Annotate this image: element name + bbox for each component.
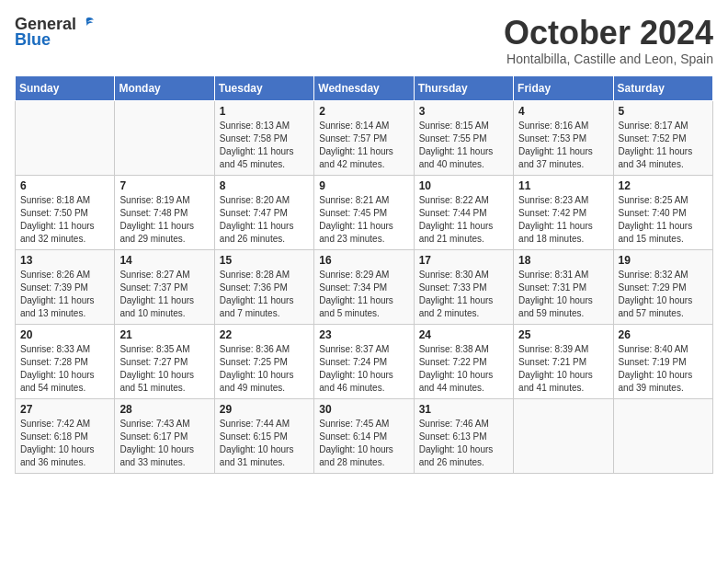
day-info: Sunrise: 8:26 AM Sunset: 7:39 PM Dayligh… <box>20 269 109 320</box>
day-number: 5 <box>619 105 708 118</box>
day-number: 19 <box>619 254 708 267</box>
day-number: 26 <box>619 328 708 341</box>
day-info: Sunrise: 8:40 AM Sunset: 7:19 PM Dayligh… <box>619 343 708 395</box>
day-info: Sunrise: 8:36 AM Sunset: 7:25 PM Dayligh… <box>220 343 309 395</box>
day-info: Sunrise: 8:28 AM Sunset: 7:36 PM Dayligh… <box>220 269 309 320</box>
calendar-week-row: 20Sunrise: 8:33 AM Sunset: 7:28 PM Dayli… <box>16 324 713 398</box>
day-info: Sunrise: 8:17 AM Sunset: 7:52 PM Dayligh… <box>619 120 708 171</box>
day-number: 6 <box>20 179 109 192</box>
logo-blue: Blue <box>15 30 95 50</box>
month-title: October 2024 <box>504 15 713 52</box>
day-number: 30 <box>319 403 408 416</box>
day-number: 8 <box>220 179 309 192</box>
day-number: 25 <box>518 328 608 341</box>
calendar-day-cell: 8Sunrise: 8:20 AM Sunset: 7:47 PM Daylig… <box>214 175 313 249</box>
calendar-day-cell: 10Sunrise: 8:22 AM Sunset: 7:44 PM Dayli… <box>414 175 513 249</box>
day-number: 10 <box>419 179 508 192</box>
calendar-day-cell: 2Sunrise: 8:14 AM Sunset: 7:57 PM Daylig… <box>314 100 414 175</box>
day-info: Sunrise: 8:27 AM Sunset: 7:37 PM Dayligh… <box>119 269 209 320</box>
day-number: 7 <box>119 179 209 192</box>
day-number: 3 <box>419 105 508 118</box>
calendar-day-cell: 3Sunrise: 8:15 AM Sunset: 7:55 PM Daylig… <box>414 100 513 175</box>
day-info: Sunrise: 8:29 AM Sunset: 7:34 PM Dayligh… <box>319 269 408 320</box>
calendar-week-row: 27Sunrise: 7:42 AM Sunset: 6:18 PM Dayli… <box>16 398 713 473</box>
day-info: Sunrise: 8:16 AM Sunset: 7:53 PM Dayligh… <box>518 120 608 171</box>
day-info: Sunrise: 7:43 AM Sunset: 6:17 PM Dayligh… <box>119 418 209 469</box>
calendar-day-cell: 21Sunrise: 8:35 AM Sunset: 7:27 PM Dayli… <box>115 324 214 398</box>
calendar-day-cell <box>514 398 613 473</box>
day-number: 18 <box>518 254 608 267</box>
calendar-header-cell: Thursday <box>414 75 513 100</box>
day-info: Sunrise: 8:31 AM Sunset: 7:31 PM Dayligh… <box>518 269 608 320</box>
day-number: 20 <box>20 328 109 341</box>
calendar-header-row: SundayMondayTuesdayWednesdayThursdayFrid… <box>16 75 713 100</box>
day-number: 27 <box>20 403 109 416</box>
calendar-day-cell: 5Sunrise: 8:17 AM Sunset: 7:52 PM Daylig… <box>613 100 712 175</box>
calendar-day-cell: 16Sunrise: 8:29 AM Sunset: 7:34 PM Dayli… <box>314 249 414 324</box>
calendar-day-cell: 4Sunrise: 8:16 AM Sunset: 7:53 PM Daylig… <box>514 100 613 175</box>
day-number: 21 <box>119 328 209 341</box>
day-number: 24 <box>419 328 508 341</box>
calendar-day-cell: 18Sunrise: 8:31 AM Sunset: 7:31 PM Dayli… <box>514 249 613 324</box>
day-number: 23 <box>319 328 408 341</box>
day-number: 28 <box>119 403 209 416</box>
day-info: Sunrise: 8:15 AM Sunset: 7:55 PM Dayligh… <box>419 120 508 171</box>
calendar-header-cell: Wednesday <box>314 75 414 100</box>
calendar-day-cell: 19Sunrise: 8:32 AM Sunset: 7:29 PM Dayli… <box>613 249 712 324</box>
day-info: Sunrise: 8:33 AM Sunset: 7:28 PM Dayligh… <box>20 343 109 395</box>
calendar-day-cell: 31Sunrise: 7:46 AM Sunset: 6:13 PM Dayli… <box>414 398 513 473</box>
calendar-day-cell: 13Sunrise: 8:26 AM Sunset: 7:39 PM Dayli… <box>16 249 115 324</box>
calendar-day-cell: 7Sunrise: 8:19 AM Sunset: 7:48 PM Daylig… <box>115 175 214 249</box>
calendar-day-cell: 20Sunrise: 8:33 AM Sunset: 7:28 PM Dayli… <box>16 324 115 398</box>
calendar-header-cell: Saturday <box>613 75 712 100</box>
calendar-day-cell: 14Sunrise: 8:27 AM Sunset: 7:37 PM Dayli… <box>115 249 214 324</box>
day-info: Sunrise: 8:21 AM Sunset: 7:45 PM Dayligh… <box>319 194 408 246</box>
day-number: 1 <box>220 105 309 118</box>
day-info: Sunrise: 8:20 AM Sunset: 7:47 PM Dayligh… <box>220 194 309 246</box>
logo: General Blue <box>15 15 95 50</box>
calendar-day-cell: 22Sunrise: 8:36 AM Sunset: 7:25 PM Dayli… <box>214 324 313 398</box>
calendar-header-cell: Monday <box>115 75 214 100</box>
day-number: 15 <box>220 254 309 267</box>
calendar-header-cell: Sunday <box>16 75 115 100</box>
calendar-day-cell: 30Sunrise: 7:45 AM Sunset: 6:14 PM Dayli… <box>314 398 414 473</box>
day-number: 4 <box>518 105 608 118</box>
calendar-day-cell: 9Sunrise: 8:21 AM Sunset: 7:45 PM Daylig… <box>314 175 414 249</box>
day-info: Sunrise: 7:44 AM Sunset: 6:15 PM Dayligh… <box>220 418 309 469</box>
day-number: 17 <box>419 254 508 267</box>
day-info: Sunrise: 8:30 AM Sunset: 7:33 PM Dayligh… <box>419 269 508 320</box>
day-info: Sunrise: 8:25 AM Sunset: 7:40 PM Dayligh… <box>619 194 708 246</box>
day-info: Sunrise: 7:45 AM Sunset: 6:14 PM Dayligh… <box>319 418 408 469</box>
calendar-day-cell: 27Sunrise: 7:42 AM Sunset: 6:18 PM Dayli… <box>16 398 115 473</box>
calendar-day-cell: 29Sunrise: 7:44 AM Sunset: 6:15 PM Dayli… <box>214 398 313 473</box>
day-info: Sunrise: 8:37 AM Sunset: 7:24 PM Dayligh… <box>319 343 408 395</box>
day-number: 11 <box>518 179 608 192</box>
day-info: Sunrise: 8:23 AM Sunset: 7:42 PM Dayligh… <box>518 194 608 246</box>
calendar-day-cell: 24Sunrise: 8:38 AM Sunset: 7:22 PM Dayli… <box>414 324 513 398</box>
calendar-table: SundayMondayTuesdayWednesdayThursdayFrid… <box>15 75 713 474</box>
calendar-day-cell <box>115 100 214 175</box>
page-header: General Blue October 2024 Hontalbilla, C… <box>15 15 713 66</box>
day-number: 12 <box>619 179 708 192</box>
calendar-body: 1Sunrise: 8:13 AM Sunset: 7:58 PM Daylig… <box>16 100 713 473</box>
day-info: Sunrise: 8:39 AM Sunset: 7:21 PM Dayligh… <box>518 343 608 395</box>
logo-bird-icon <box>78 17 95 31</box>
calendar-day-cell: 6Sunrise: 8:18 AM Sunset: 7:50 PM Daylig… <box>16 175 115 249</box>
day-number: 22 <box>220 328 309 341</box>
day-number: 29 <box>220 403 309 416</box>
calendar-day-cell <box>16 100 115 175</box>
day-info: Sunrise: 7:42 AM Sunset: 6:18 PM Dayligh… <box>20 418 109 469</box>
calendar-day-cell: 1Sunrise: 8:13 AM Sunset: 7:58 PM Daylig… <box>214 100 313 175</box>
day-info: Sunrise: 8:13 AM Sunset: 7:58 PM Dayligh… <box>220 120 309 171</box>
day-number: 14 <box>119 254 209 267</box>
calendar-week-row: 1Sunrise: 8:13 AM Sunset: 7:58 PM Daylig… <box>16 100 713 175</box>
calendar-header-cell: Tuesday <box>214 75 313 100</box>
calendar-day-cell: 28Sunrise: 7:43 AM Sunset: 6:17 PM Dayli… <box>115 398 214 473</box>
day-info: Sunrise: 7:46 AM Sunset: 6:13 PM Dayligh… <box>419 418 508 469</box>
day-number: 13 <box>20 254 109 267</box>
calendar-day-cell: 23Sunrise: 8:37 AM Sunset: 7:24 PM Dayli… <box>314 324 414 398</box>
day-info: Sunrise: 8:32 AM Sunset: 7:29 PM Dayligh… <box>619 269 708 320</box>
calendar-day-cell: 17Sunrise: 8:30 AM Sunset: 7:33 PM Dayli… <box>414 249 513 324</box>
day-info: Sunrise: 8:19 AM Sunset: 7:48 PM Dayligh… <box>119 194 209 246</box>
day-number: 16 <box>319 254 408 267</box>
